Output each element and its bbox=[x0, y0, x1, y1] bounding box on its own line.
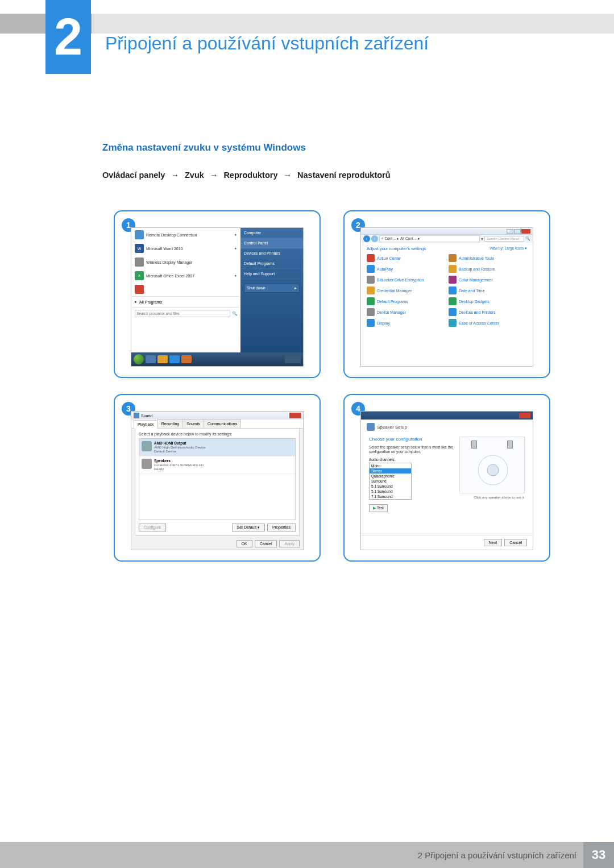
path-item: Ovládací panely bbox=[102, 171, 165, 180]
taskbar-icon[interactable] bbox=[169, 355, 180, 363]
start-menu-item[interactable]: Remote Desktop Connection▸ bbox=[132, 228, 239, 242]
panel-start-menu: 1 Remote Desktop Connection▸ WMicrosoft … bbox=[114, 210, 321, 378]
forward-button[interactable]: › bbox=[371, 235, 378, 242]
minimize-button[interactable] bbox=[507, 229, 513, 234]
control-panel-item[interactable]: BitLocker Drive Encryption bbox=[367, 275, 445, 284]
path-item: Zvuk bbox=[185, 171, 204, 180]
control-panel-item[interactable]: Color Management bbox=[449, 275, 527, 284]
tab-communications[interactable]: Communications bbox=[204, 420, 241, 428]
set-default-button[interactable]: Set Default ▾ bbox=[232, 524, 265, 531]
play-icon: ▶ bbox=[373, 506, 376, 510]
control-panel-item[interactable]: Devices and Printers bbox=[449, 308, 527, 317]
applet-icon bbox=[367, 319, 375, 327]
start-orb-icon[interactable] bbox=[134, 354, 144, 364]
audio-channel-option[interactable]: Quadraphonic bbox=[370, 474, 411, 479]
control-panel-item[interactable]: Backup and Restore bbox=[449, 264, 527, 273]
control-panel-item[interactable]: Desktop Gadgets bbox=[449, 297, 527, 306]
control-panel-item[interactable]: Display bbox=[367, 318, 445, 327]
panel-sound-dialog: 3 Sound Playback Recording Sounds Commun… bbox=[114, 394, 321, 562]
playback-device-list: AMD HDMI Output AMD High Definition Audi… bbox=[139, 438, 296, 520]
start-menu-item[interactable]: Wireless Display Manager bbox=[132, 255, 239, 269]
search-box[interactable]: 🔍 bbox=[132, 307, 239, 319]
taskbar-icon[interactable] bbox=[157, 355, 168, 363]
audio-channel-option[interactable]: 5.1 Surround bbox=[370, 489, 411, 494]
control-panel-item[interactable]: Ease of Access Center bbox=[449, 318, 527, 327]
control-panel-item[interactable]: Device Manager bbox=[367, 308, 445, 317]
program-icon bbox=[135, 285, 144, 294]
all-programs-button[interactable]: ▸All Programs bbox=[132, 296, 239, 307]
start-menu-screenshot: Remote Desktop Connection▸ WMicrosoft Wo… bbox=[131, 227, 304, 367]
taskbar-tray[interactable] bbox=[285, 355, 301, 363]
control-panel-item[interactable]: AutoPlay bbox=[367, 264, 445, 273]
start-right-item[interactable]: Default Programs bbox=[240, 259, 303, 269]
close-button[interactable] bbox=[519, 413, 530, 418]
back-button[interactable]: ‹ bbox=[363, 235, 370, 242]
audio-channel-option[interactable]: Stereo bbox=[370, 468, 411, 474]
close-button[interactable] bbox=[289, 413, 301, 418]
control-panel-item[interactable]: Administrative Tools bbox=[449, 254, 527, 263]
svg-point-1 bbox=[487, 464, 499, 476]
start-menu-item[interactable]: WMicrosoft Word 2010▸ bbox=[132, 242, 239, 255]
taskbar bbox=[131, 352, 303, 366]
search-input[interactable] bbox=[135, 310, 230, 317]
control-panel-item[interactable]: Date and Time bbox=[449, 286, 527, 295]
playback-device[interactable]: AMD HDMI Output AMD High Definition Audi… bbox=[139, 439, 295, 456]
control-panel-item[interactable]: Default Programs bbox=[367, 297, 445, 306]
applet-icon bbox=[449, 276, 457, 284]
window-titlebar bbox=[361, 228, 533, 235]
applet-icon bbox=[449, 254, 457, 262]
properties-button[interactable]: Properties bbox=[267, 524, 296, 531]
taskbar-icon[interactable] bbox=[146, 355, 156, 363]
control-panel-item[interactable]: Credential Manager bbox=[367, 286, 445, 295]
next-button[interactable]: Next bbox=[484, 539, 502, 546]
start-menu-item[interactable] bbox=[132, 283, 239, 296]
apply-button[interactable]: Apply bbox=[279, 540, 300, 547]
audio-channel-option[interactable]: 7.1 Surround bbox=[370, 494, 411, 499]
audio-channel-option[interactable]: Mono bbox=[370, 463, 411, 468]
applet-icon bbox=[367, 254, 375, 262]
caret-right-icon: ▸ bbox=[135, 300, 137, 304]
close-button[interactable] bbox=[521, 229, 530, 234]
audio-channel-option[interactable]: 5.1 Surround bbox=[370, 484, 411, 489]
shutdown-button[interactable]: Shut down▸ bbox=[244, 284, 300, 293]
view-by-dropdown[interactable]: View by: Large icons ▾ bbox=[489, 246, 527, 251]
maximize-button[interactable] bbox=[514, 229, 521, 234]
control-panel-item[interactable]: Action Center bbox=[367, 254, 445, 263]
tab-recording[interactable]: Recording bbox=[157, 420, 183, 428]
start-right-item[interactable]: Help and Support bbox=[240, 269, 303, 279]
tab-sounds[interactable]: Sounds bbox=[182, 420, 204, 428]
configure-button[interactable]: Configure bbox=[139, 524, 166, 531]
tab-playback[interactable]: Playback bbox=[134, 420, 157, 429]
window-titlebar bbox=[361, 412, 533, 420]
cancel-button[interactable]: Cancel bbox=[504, 539, 527, 546]
hdmi-icon bbox=[142, 441, 152, 451]
start-menu-left: Remote Desktop Connection▸ WMicrosoft Wo… bbox=[131, 228, 240, 352]
control-panel-screenshot: ‹ › « Cont… ▸ All Cont… ▸ ▾ Search Contr… bbox=[360, 227, 533, 367]
cancel-button[interactable]: Cancel bbox=[255, 540, 277, 547]
program-icon bbox=[135, 258, 144, 267]
playback-device[interactable]: Speakers Conexant 20671 SmartAudio HD Re… bbox=[139, 456, 295, 474]
test-button[interactable]: ▶Test bbox=[369, 504, 388, 512]
audio-channel-option[interactable]: Surround bbox=[370, 479, 411, 484]
speaker-icon bbox=[367, 423, 375, 431]
wizard-header: Speaker Setup bbox=[361, 420, 533, 434]
breadcrumb-path[interactable]: « Cont… ▸ All Cont… ▸ bbox=[379, 235, 480, 242]
window-titlebar: Sound bbox=[131, 412, 303, 420]
audio-channels-listbox[interactable]: MonoStereoQuadraphonicSurround5.1 Surrou… bbox=[369, 463, 412, 500]
applet-icon bbox=[367, 276, 375, 284]
section-heading: Změna nastavení zvuku v systému Windows bbox=[102, 142, 306, 153]
search-input[interactable]: Search Control Panel bbox=[484, 236, 524, 242]
start-right-item-control-panel[interactable]: Control Panel bbox=[240, 238, 303, 248]
speakers-icon bbox=[142, 459, 152, 469]
arrow-icon: → bbox=[284, 171, 292, 180]
start-right-item[interactable]: Computer bbox=[240, 228, 303, 238]
submenu-caret-icon: ▸ bbox=[235, 232, 237, 237]
start-menu-item[interactable]: XMicrosoft Office Excel 2007▸ bbox=[132, 269, 239, 283]
start-right-item[interactable]: Devices and Printers bbox=[240, 248, 303, 259]
navigation-path: Ovládací panely → Zvuk → Reproduktory → … bbox=[102, 171, 391, 180]
ok-button[interactable]: OK bbox=[237, 540, 252, 547]
panel-speaker-setup: 4 Speaker Setup Choose your configuratio… bbox=[343, 394, 550, 562]
arrow-icon: → bbox=[171, 171, 179, 180]
taskbar-icon[interactable] bbox=[181, 355, 192, 363]
applet-icon bbox=[449, 308, 457, 316]
